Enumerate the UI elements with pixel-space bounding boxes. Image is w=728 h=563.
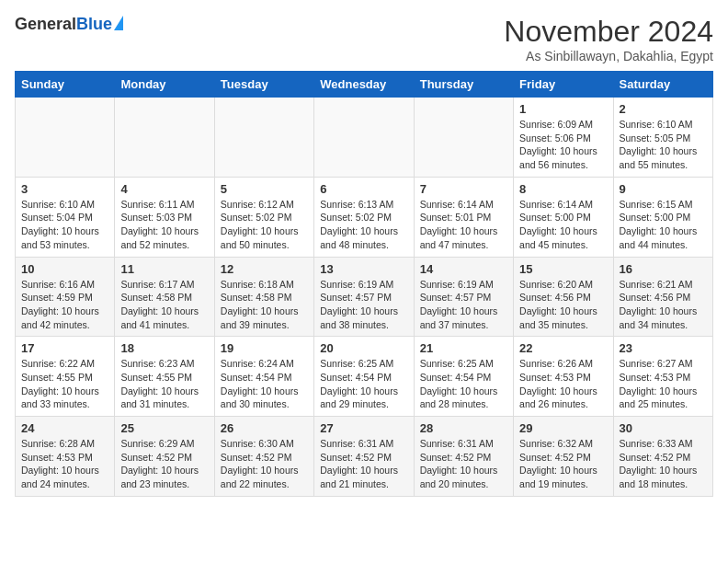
calendar-header-monday: Monday [115, 72, 214, 98]
calendar-header-row: SundayMondayTuesdayWednesdayThursdayFrid… [16, 72, 713, 98]
calendar-cell [314, 98, 414, 178]
calendar-header-tuesday: Tuesday [214, 72, 313, 98]
cell-details: Sunrise: 6:22 AMSunset: 4:55 PMDaylight:… [21, 357, 108, 411]
calendar-cell [16, 98, 115, 178]
day-number: 8 [519, 182, 607, 196]
day-number: 10 [21, 262, 108, 276]
cell-details: Sunrise: 6:24 AMSunset: 4:54 PMDaylight:… [221, 357, 308, 411]
calendar-cell: 1Sunrise: 6:09 AMSunset: 5:06 PMDaylight… [514, 98, 613, 178]
day-number: 17 [21, 341, 108, 355]
day-number: 20 [320, 341, 407, 355]
location-title: As Sinbillawayn, Dakahlia, Egypt [504, 49, 713, 63]
day-number: 1 [519, 102, 607, 116]
month-title: November 2024 [504, 15, 713, 49]
cell-details: Sunrise: 6:27 AMSunset: 4:53 PMDaylight:… [620, 357, 707, 411]
day-number: 14 [420, 262, 507, 276]
calendar-cell [414, 98, 513, 178]
day-number: 7 [420, 182, 507, 196]
cell-details: Sunrise: 6:14 AMSunset: 5:00 PMDaylight:… [519, 198, 607, 252]
calendar-cell: 16Sunrise: 6:21 AMSunset: 4:56 PMDayligh… [613, 257, 712, 337]
calendar-cell: 15Sunrise: 6:20 AMSunset: 4:56 PMDayligh… [514, 257, 613, 337]
day-number: 6 [320, 182, 407, 196]
day-number: 12 [221, 262, 308, 276]
calendar-cell: 20Sunrise: 6:25 AMSunset: 4:54 PMDayligh… [314, 337, 414, 417]
cell-details: Sunrise: 6:30 AMSunset: 4:52 PMDaylight:… [221, 437, 308, 491]
cell-details: Sunrise: 6:23 AMSunset: 4:55 PMDaylight:… [120, 357, 208, 411]
logo-general-text: General [15, 15, 76, 34]
cell-details: Sunrise: 6:11 AMSunset: 5:03 PMDaylight:… [120, 198, 208, 252]
calendar-week-row: 10Sunrise: 6:16 AMSunset: 4:59 PMDayligh… [16, 257, 713, 337]
cell-details: Sunrise: 6:25 AMSunset: 4:54 PMDaylight:… [320, 357, 407, 411]
calendar-cell: 2Sunrise: 6:10 AMSunset: 5:05 PMDaylight… [613, 98, 712, 178]
calendar-cell: 26Sunrise: 6:30 AMSunset: 4:52 PMDayligh… [214, 417, 313, 497]
calendar-cell: 13Sunrise: 6:19 AMSunset: 4:57 PMDayligh… [314, 257, 414, 337]
calendar-week-row: 17Sunrise: 6:22 AMSunset: 4:55 PMDayligh… [16, 337, 713, 417]
day-number: 19 [221, 341, 308, 355]
calendar-cell: 4Sunrise: 6:11 AMSunset: 5:03 PMDaylight… [115, 177, 214, 257]
cell-details: Sunrise: 6:09 AMSunset: 5:06 PMDaylight:… [519, 118, 607, 172]
calendar-cell: 29Sunrise: 6:32 AMSunset: 4:52 PMDayligh… [514, 417, 613, 497]
calendar-cell: 30Sunrise: 6:33 AMSunset: 4:52 PMDayligh… [613, 417, 712, 497]
calendar-cell: 17Sunrise: 6:22 AMSunset: 4:55 PMDayligh… [16, 337, 115, 417]
cell-details: Sunrise: 6:31 AMSunset: 4:52 PMDaylight:… [320, 437, 407, 491]
cell-details: Sunrise: 6:31 AMSunset: 4:52 PMDaylight:… [420, 437, 507, 491]
calendar-cell: 24Sunrise: 6:28 AMSunset: 4:53 PMDayligh… [16, 417, 115, 497]
cell-details: Sunrise: 6:10 AMSunset: 5:05 PMDaylight:… [620, 118, 707, 172]
cell-details: Sunrise: 6:13 AMSunset: 5:02 PMDaylight:… [320, 198, 407, 252]
calendar-header-friday: Friday [514, 72, 613, 98]
cell-details: Sunrise: 6:18 AMSunset: 4:58 PMDaylight:… [221, 278, 308, 332]
cell-details: Sunrise: 6:32 AMSunset: 4:52 PMDaylight:… [519, 437, 607, 491]
cell-details: Sunrise: 6:17 AMSunset: 4:58 PMDaylight:… [120, 278, 208, 332]
day-number: 5 [221, 182, 308, 196]
page-header: General Blue November 2024 As Sinbillawa… [15, 15, 713, 63]
day-number: 26 [221, 421, 308, 435]
day-number: 18 [120, 341, 208, 355]
cell-details: Sunrise: 6:15 AMSunset: 5:00 PMDaylight:… [620, 198, 707, 252]
day-number: 15 [519, 262, 607, 276]
cell-details: Sunrise: 6:25 AMSunset: 4:54 PMDaylight:… [420, 357, 507, 411]
calendar-cell: 10Sunrise: 6:16 AMSunset: 4:59 PMDayligh… [16, 257, 115, 337]
cell-details: Sunrise: 6:12 AMSunset: 5:02 PMDaylight:… [221, 198, 308, 252]
cell-details: Sunrise: 6:10 AMSunset: 5:04 PMDaylight:… [21, 198, 108, 252]
cell-details: Sunrise: 6:21 AMSunset: 4:56 PMDaylight:… [620, 278, 707, 332]
cell-details: Sunrise: 6:16 AMSunset: 4:59 PMDaylight:… [21, 278, 108, 332]
day-number: 13 [320, 262, 407, 276]
cell-details: Sunrise: 6:33 AMSunset: 4:52 PMDaylight:… [620, 437, 707, 491]
cell-details: Sunrise: 6:19 AMSunset: 4:57 PMDaylight:… [320, 278, 407, 332]
title-block: November 2024 As Sinbillawayn, Dakahlia,… [504, 15, 713, 63]
day-number: 27 [320, 421, 407, 435]
calendar-table: SundayMondayTuesdayWednesdayThursdayFrid… [15, 71, 713, 497]
calendar-week-row: 1Sunrise: 6:09 AMSunset: 5:06 PMDaylight… [16, 98, 713, 178]
day-number: 11 [120, 262, 208, 276]
calendar-header-sunday: Sunday [16, 72, 115, 98]
calendar-cell: 6Sunrise: 6:13 AMSunset: 5:02 PMDaylight… [314, 177, 414, 257]
calendar-cell: 25Sunrise: 6:29 AMSunset: 4:52 PMDayligh… [115, 417, 214, 497]
calendar-cell: 14Sunrise: 6:19 AMSunset: 4:57 PMDayligh… [414, 257, 513, 337]
calendar-header-wednesday: Wednesday [314, 72, 414, 98]
calendar-week-row: 3Sunrise: 6:10 AMSunset: 5:04 PMDaylight… [16, 177, 713, 257]
day-number: 23 [620, 341, 707, 355]
cell-details: Sunrise: 6:19 AMSunset: 4:57 PMDaylight:… [420, 278, 507, 332]
calendar-cell: 27Sunrise: 6:31 AMSunset: 4:52 PMDayligh… [314, 417, 414, 497]
calendar-cell: 28Sunrise: 6:31 AMSunset: 4:52 PMDayligh… [414, 417, 513, 497]
calendar-header-thursday: Thursday [414, 72, 513, 98]
calendar-cell: 9Sunrise: 6:15 AMSunset: 5:00 PMDaylight… [613, 177, 712, 257]
calendar-cell: 5Sunrise: 6:12 AMSunset: 5:02 PMDaylight… [214, 177, 313, 257]
day-number: 2 [620, 102, 707, 116]
day-number: 28 [420, 421, 507, 435]
day-number: 29 [519, 421, 607, 435]
calendar-cell: 12Sunrise: 6:18 AMSunset: 4:58 PMDayligh… [214, 257, 313, 337]
day-number: 16 [620, 262, 707, 276]
day-number: 22 [519, 341, 607, 355]
day-number: 21 [420, 341, 507, 355]
cell-details: Sunrise: 6:26 AMSunset: 4:53 PMDaylight:… [519, 357, 607, 411]
calendar-week-row: 24Sunrise: 6:28 AMSunset: 4:53 PMDayligh… [16, 417, 713, 497]
logo-triangle-icon [114, 16, 123, 30]
cell-details: Sunrise: 6:14 AMSunset: 5:01 PMDaylight:… [420, 198, 507, 252]
day-number: 24 [21, 421, 108, 435]
calendar-cell: 23Sunrise: 6:27 AMSunset: 4:53 PMDayligh… [613, 337, 712, 417]
calendar-header-saturday: Saturday [613, 72, 712, 98]
calendar-cell [214, 98, 313, 178]
calendar-cell: 3Sunrise: 6:10 AMSunset: 5:04 PMDaylight… [16, 177, 115, 257]
logo: General Blue [15, 15, 123, 34]
